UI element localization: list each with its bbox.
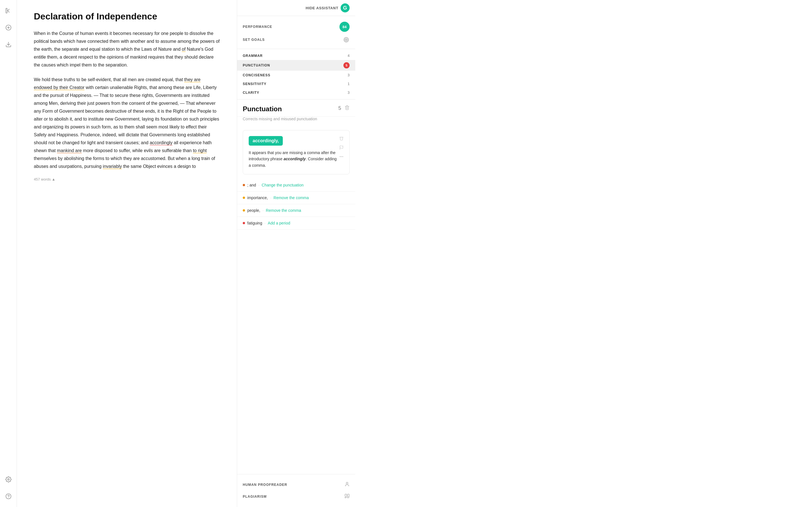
delete-all-icon[interactable] <box>345 105 350 112</box>
action-row-4[interactable]: fatiguing · Add a period <box>237 217 355 230</box>
action-word-2: importance, <box>247 195 268 200</box>
help-button[interactable] <box>3 491 13 501</box>
punctuation-label: PUNCTUATION <box>243 63 270 67</box>
suggestion-header: Punctuation 5 <box>237 100 355 117</box>
performance-score: 84 <box>340 22 350 32</box>
grammar-label: GRAMMAR <box>243 54 263 58</box>
score-section: PERFORMANCE 84 SET GOALS <box>237 16 355 49</box>
dot-yellow-3 <box>243 209 245 212</box>
right-panel: HIDE ASSISTANT G PERFORMANCE 84 SET GOAL… <box>237 0 355 507</box>
settings-button[interactable] <box>3 474 13 485</box>
category-clarity[interactable]: CLARITY 3 <box>237 88 355 97</box>
highlight-word: accordingly, <box>249 136 283 146</box>
suggestion-count: 5 <box>338 105 341 111</box>
hide-assistant-button[interactable]: HIDE ASSISTANT G <box>306 3 350 12</box>
svg-point-15 <box>346 482 348 484</box>
set-goals-label: SET GOALS <box>243 38 265 42</box>
bottom-nav: HUMAN PROOFREADER PLAGIARISM <box>237 474 355 507</box>
category-sensitivity[interactable]: SENSITIVITY 1 <box>237 79 355 88</box>
top-bar: HIDE ASSISTANT G <box>237 0 355 16</box>
highlight-bold: accordingly <box>284 157 306 161</box>
word-count: 457 words ▲ <box>34 177 220 181</box>
action-suggestion-1[interactable]: Change the punctuation <box>262 183 304 187</box>
category-punctuation[interactable]: PUNCTUATION 5 <box>237 60 355 71</box>
human-proofreader-item[interactable]: HUMAN PROOFREADER <box>237 479 355 491</box>
conciseness-count: 3 <box>348 73 350 77</box>
left-sidebar <box>0 0 17 507</box>
highlight-description: It appears that you are missing a comma … <box>249 150 339 168</box>
action-word-3: people, <box>247 208 260 213</box>
svg-point-12 <box>340 156 340 157</box>
suggestion-area: Punctuation 5 Corrects missing and misus… <box>237 100 355 474</box>
paragraph-1[interactable]: When in the Course of human events it be… <box>34 30 220 69</box>
quotes-icon <box>345 494 350 500</box>
highlight-card[interactable]: accordingly, It appears that you are mis… <box>243 130 350 174</box>
conciseness-label: CONCISENESS <box>243 73 270 77</box>
category-grammar[interactable]: GRAMMAR 4 <box>237 51 355 60</box>
more-icon[interactable] <box>339 154 344 160</box>
sensitivity-count: 1 <box>348 82 350 86</box>
punctuation-badge: 5 <box>343 62 350 68</box>
svg-rect-0 <box>6 8 7 13</box>
plagiarism-label: PLAGIARISM <box>243 495 267 499</box>
dot-red-4 <box>243 222 245 224</box>
clarity-count: 3 <box>348 91 350 95</box>
category-nav: GRAMMAR 4 PUNCTUATION 5 CONCISENESS 3 SE… <box>237 49 355 100</box>
suggestion-subtitle: Corrects missing and misused punctuation <box>237 117 355 126</box>
performance-label: PERFORMANCE <box>243 25 272 29</box>
download-button[interactable] <box>3 40 13 50</box>
svg-point-10 <box>346 39 347 40</box>
action-row-3[interactable]: people, · Remove the comma <box>237 204 355 217</box>
document-title: Declaration of Independence <box>34 11 220 22</box>
grammarly-icon: G <box>341 3 350 12</box>
editor-area: Declaration of Independence When in the … <box>17 0 237 507</box>
grammar-count: 4 <box>348 54 350 58</box>
back-button[interactable] <box>3 6 13 16</box>
svg-point-5 <box>8 478 9 480</box>
card-delete-icon[interactable] <box>339 136 344 142</box>
action-word-4: fatiguing <box>247 221 262 225</box>
human-proofreader-label: HUMAN PROOFREADER <box>243 483 287 487</box>
paragraph-2[interactable]: We hold these truths to be self-evident,… <box>34 76 220 170</box>
action-suggestion-2[interactable]: Remove the comma <box>273 195 309 200</box>
add-button[interactable] <box>3 22 13 33</box>
hide-assistant-label: HIDE ASSISTANT <box>306 6 338 10</box>
clarity-label: CLARITY <box>243 91 259 95</box>
action-row-2[interactable]: importance, · Remove the comma <box>237 191 355 204</box>
performance-item[interactable]: PERFORMANCE 84 <box>237 19 355 34</box>
suggestion-header-right: 5 <box>338 105 350 112</box>
dot-orange-1 <box>243 184 245 186</box>
action-suggestion-4[interactable]: Add a period <box>268 221 290 225</box>
person-icon <box>345 482 350 488</box>
set-goals-item[interactable]: SET GOALS <box>237 34 355 45</box>
svg-point-14 <box>343 156 343 157</box>
action-row-1[interactable]: ; and · Change the punctuation <box>237 179 355 191</box>
category-conciseness[interactable]: CONCISENESS 3 <box>237 71 355 79</box>
action-suggestion-3[interactable]: Remove the comma <box>266 208 301 213</box>
target-icon <box>343 36 350 43</box>
plagiarism-item[interactable]: PLAGIARISM <box>237 491 355 503</box>
svg-point-13 <box>341 156 342 157</box>
sensitivity-label: SENSITIVITY <box>243 82 266 86</box>
svg-point-9 <box>345 38 348 41</box>
dot-yellow-2 <box>243 196 245 199</box>
suggestion-title: Punctuation <box>243 105 282 113</box>
flag-icon[interactable] <box>339 145 344 151</box>
action-word-1: ; and <box>247 183 256 187</box>
